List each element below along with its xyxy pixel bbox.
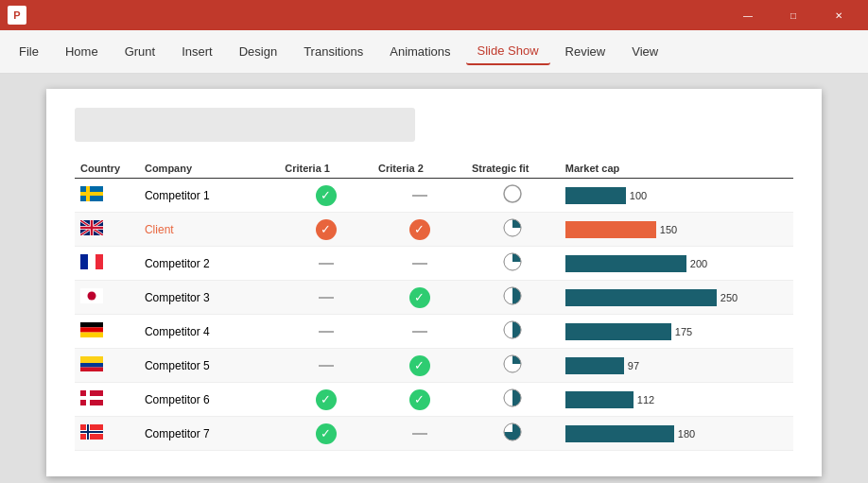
bar-container: 175 — [565, 323, 788, 340]
bar-chart — [565, 391, 634, 408]
table-row: Competitor 3 ✓ 250 — [75, 281, 793, 315]
company-name-cell: Competitor 5 — [139, 349, 279, 383]
strategic-cell — [466, 281, 560, 315]
tab-review[interactable]: Review — [554, 39, 617, 64]
criteria2-cell — [373, 315, 466, 349]
svg-rect-21 — [80, 356, 103, 363]
ribbon: File Home Grunt Insert Design Transition… — [0, 30, 868, 74]
marketcap-cell: 150 — [560, 213, 793, 247]
close-button[interactable]: ✕ — [817, 0, 860, 30]
bar-value: 100 — [630, 190, 647, 201]
marketcap-cell: 100 — [560, 179, 793, 213]
company-name-cell: Competitor 7 — [139, 417, 279, 451]
tab-view[interactable]: View — [620, 39, 669, 64]
company-label: Competitor 1 — [145, 189, 210, 202]
bar-value: 200 — [690, 258, 707, 269]
company-label: Competitor 7 — [145, 427, 210, 440]
marketcap-cell: 175 — [560, 315, 793, 349]
maximize-button[interactable]: □ — [772, 0, 815, 30]
table-row: Competitor 5 ✓ 97 — [75, 349, 793, 383]
table-header-row: Country Company Criteria 1 Criteria 2 St… — [75, 159, 793, 179]
bar-chart — [565, 187, 626, 204]
bar-container: 112 — [565, 391, 788, 408]
criteria1-cell — [279, 281, 373, 315]
strategic-cell — [466, 247, 560, 281]
strategic-cell — [466, 383, 560, 417]
strategic-cell — [466, 213, 560, 247]
bar-chart — [565, 289, 717, 306]
criteria1-cell — [279, 315, 373, 349]
strategic-cell — [466, 417, 560, 451]
svg-rect-17 — [80, 327, 103, 332]
bar-container: 200 — [565, 255, 788, 272]
dash-icon — [412, 195, 427, 197]
svg-rect-8 — [88, 254, 95, 269]
table-row: Competitor 4 175 — [75, 315, 793, 349]
tab-design[interactable]: Design — [228, 39, 288, 64]
slide-title-placeholder — [75, 108, 415, 142]
minimize-button[interactable]: — — [726, 0, 770, 30]
bar-value: 175 — [675, 326, 692, 337]
title-bar-left: P — [8, 6, 26, 25]
marketcap-cell: 250 — [560, 281, 793, 315]
table-row: Competitor 1 ✓ 100 — [75, 179, 793, 213]
check-icon: ✓ — [316, 185, 337, 206]
bar-value: 180 — [678, 428, 695, 440]
company-label: Competitor 3 — [145, 291, 210, 304]
marketcap-cell: 180 — [560, 417, 793, 451]
company-name-cell: Client — [139, 213, 279, 247]
bar-container: 100 — [565, 187, 788, 204]
table-row: Competitor 6 ✓ ✓ 112 — [75, 383, 793, 417]
criteria2-cell: ✓ — [373, 349, 466, 383]
main-area: Country Company Criteria 1 Criteria 2 St… — [0, 74, 868, 483]
title-bar: P — □ ✕ — [0, 0, 868, 30]
flag-cell — [75, 247, 139, 281]
marketcap-cell: 112 — [560, 383, 793, 417]
criteria1-cell — [279, 349, 373, 383]
check-icon: ✓ — [316, 423, 337, 444]
tab-transitions[interactable]: Transitions — [292, 39, 374, 64]
bar-value: 112 — [637, 394, 654, 405]
tab-insert[interactable]: Insert — [170, 39, 224, 64]
header-criteria2: Criteria 2 — [373, 159, 466, 179]
tab-slideshow[interactable]: Slide Show — [466, 38, 550, 65]
company-name-cell: Competitor 3 — [139, 281, 279, 315]
bar-value: 250 — [720, 292, 738, 303]
dash-icon — [412, 433, 427, 435]
header-strategic: Strategic fit — [466, 159, 560, 179]
flag-cell — [75, 417, 139, 451]
svg-rect-7 — [80, 254, 88, 269]
svg-point-13 — [88, 292, 96, 301]
header-company: Company — [139, 159, 279, 179]
dash-icon — [412, 331, 427, 333]
svg-rect-35 — [87, 424, 89, 440]
header-marketcap: Market cap — [560, 159, 793, 179]
marketcap-cell: 200 — [560, 247, 793, 281]
flag-cell — [75, 179, 139, 213]
svg-rect-23 — [80, 368, 103, 372]
company-label: Competitor 2 — [145, 257, 210, 270]
tab-animations[interactable]: Animations — [378, 39, 461, 64]
header-criteria1: Criteria 1 — [279, 159, 373, 179]
tab-grunt[interactable]: Grunt — [113, 39, 167, 64]
criteria1-cell: ✓ — [279, 213, 373, 247]
dash-icon — [412, 263, 427, 265]
svg-rect-2 — [86, 186, 90, 201]
tab-home[interactable]: Home — [54, 39, 110, 64]
svg-point-3 — [504, 185, 521, 202]
criteria2-cell: ✓ — [373, 213, 466, 247]
check-icon: ✓ — [409, 287, 430, 308]
company-label: Competitor 4 — [145, 325, 210, 338]
svg-rect-34 — [80, 431, 103, 433]
dash-icon — [319, 297, 334, 299]
dash-icon — [319, 331, 334, 333]
bar-container: 97 — [565, 357, 788, 374]
criteria2-cell: ✓ — [373, 383, 466, 417]
strategic-cell — [466, 349, 560, 383]
slide: Country Company Criteria 1 Criteria 2 St… — [46, 89, 822, 476]
strategic-cell — [466, 179, 560, 213]
svg-rect-27 — [80, 396, 103, 400]
bar-container: 150 — [565, 221, 788, 238]
tab-file[interactable]: File — [8, 39, 50, 64]
company-name-cell: Competitor 6 — [139, 383, 279, 417]
